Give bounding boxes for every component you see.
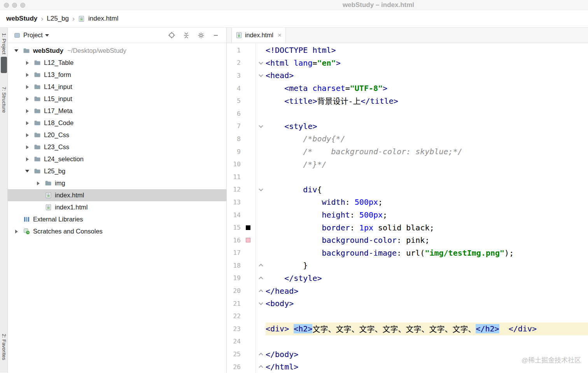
fold-marker-icon[interactable] xyxy=(259,124,263,128)
close-tab-icon[interactable]: × xyxy=(278,31,282,39)
fold-marker-icon[interactable] xyxy=(259,60,263,64)
code-line[interactable]: 22 xyxy=(227,310,588,322)
gutter: 8 xyxy=(227,132,266,145)
tree-item[interactable]: External Libraries xyxy=(8,213,226,225)
code-line[interactable]: 23<div> <h2>文字、文字、文字、文字、文字、文字、文字、</h2> <… xyxy=(227,322,588,335)
editor-body[interactable]: 1<!DOCTYPE html>2<html lang="en">3<head>… xyxy=(227,43,588,373)
minimize-window-button[interactable] xyxy=(12,3,17,8)
expand-arrow-icon[interactable] xyxy=(37,181,40,185)
breadcrumb-item[interactable]: index.html xyxy=(88,15,118,23)
tree-item[interactable]: L24_selection xyxy=(8,153,226,165)
expand-arrow-icon[interactable] xyxy=(15,230,18,234)
gutter: 14 xyxy=(227,209,266,221)
tree-item[interactable]: L17_Meta xyxy=(8,105,226,117)
locate-icon[interactable] xyxy=(166,30,177,40)
collapse-arrow-icon[interactable] xyxy=(25,170,29,173)
gutter: 2 xyxy=(227,57,266,70)
tree-item[interactable]: webStudy~/Desktop/webStudy xyxy=(8,45,226,57)
left-tool-strip: 1: Project 7: Structure 2: Favorites xyxy=(0,28,8,373)
gutter: 21 xyxy=(227,297,266,310)
code-line[interactable]: 15 border: 1px solid black; xyxy=(227,221,588,234)
tree-item[interactable]: L20_Css xyxy=(8,129,226,141)
tree-item[interactable]: Hindex.html xyxy=(8,189,226,201)
line-number: 9 xyxy=(227,148,241,155)
project-panel-title[interactable]: Project xyxy=(23,32,43,39)
code-line[interactable]: 1<!DOCTYPE html> xyxy=(227,44,588,57)
tree-item[interactable]: L25_bg xyxy=(8,165,226,177)
tree-item[interactable]: L23_Css xyxy=(8,141,226,153)
code-text: <style> xyxy=(266,120,588,133)
tree-item[interactable]: img xyxy=(8,177,226,189)
code-line[interactable]: 13 width: 500px; xyxy=(227,196,588,209)
code-line[interactable]: 12 div{ xyxy=(227,183,588,196)
expand-arrow-icon[interactable] xyxy=(26,61,29,65)
code-line[interactable]: 16 background-color: pink; xyxy=(227,234,588,247)
fold-marker-icon[interactable] xyxy=(259,187,263,191)
code-line[interactable]: 11 xyxy=(227,171,588,183)
tool-button-structure[interactable]: 7: Structure xyxy=(0,87,8,113)
tab-index-html[interactable]: H index.html × xyxy=(231,28,286,43)
code-line[interactable]: 17 background-image: url("img/testImg.pn… xyxy=(227,247,588,260)
expand-arrow-icon[interactable] xyxy=(26,157,29,161)
fold-marker-icon[interactable] xyxy=(259,289,263,293)
fold-marker-icon[interactable] xyxy=(259,301,263,305)
code-line[interactable]: 24 xyxy=(227,335,588,348)
tree-item[interactable]: L12_Table xyxy=(8,57,226,69)
tree-item[interactable]: L18_Code xyxy=(8,117,226,129)
code-line[interactable]: 10 /*}*/ xyxy=(227,158,588,171)
code-line[interactable]: 5 <title>背景设计-上</title> xyxy=(227,94,588,107)
code-line[interactable]: 9 /* background-color: skyblue;*/ xyxy=(227,145,588,158)
code-line[interactable]: 21<body> xyxy=(227,297,588,310)
editor-tab-bar: H index.html × xyxy=(227,28,588,43)
expand-arrow-icon[interactable] xyxy=(26,85,29,89)
fold-marker-icon[interactable] xyxy=(259,352,263,357)
tree-item-label: External Libraries xyxy=(33,216,83,223)
expand-arrow-icon[interactable] xyxy=(26,133,29,137)
expand-arrow-icon[interactable] xyxy=(26,121,29,125)
line-number: 20 xyxy=(227,287,241,295)
zoom-window-button[interactable] xyxy=(20,3,25,8)
hide-panel-icon[interactable] xyxy=(211,30,221,40)
code-line[interactable]: 8 /*body{*/ xyxy=(227,132,588,145)
code-line[interactable]: 20</head> xyxy=(227,284,588,297)
code-line[interactable]: 4 <meta charset="UTF-8"> xyxy=(227,82,588,95)
watermark: @稀土掘金技术社区 xyxy=(522,355,581,364)
code-line[interactable]: 7 <style> xyxy=(227,120,588,133)
breadcrumb-item[interactable]: webStudy xyxy=(6,15,37,23)
tool-button-favorites[interactable]: 2: Favorites xyxy=(0,334,8,360)
color-swatch[interactable] xyxy=(246,238,250,242)
tool-button-favorites-label: 2: Favorites xyxy=(1,334,7,360)
expand-arrow-icon[interactable] xyxy=(26,145,29,149)
code-line[interactable]: 3<head> xyxy=(227,69,588,82)
tree-item[interactable]: Scratches and Consoles xyxy=(8,225,226,237)
expand-arrow-icon[interactable] xyxy=(26,97,29,101)
expand-arrow-icon[interactable] xyxy=(26,73,29,77)
collapse-all-icon[interactable] xyxy=(181,30,191,40)
tree-item[interactable]: Hindex1.html xyxy=(8,201,226,213)
code-line[interactable]: 6 xyxy=(227,107,588,120)
fold-marker-icon[interactable] xyxy=(259,73,263,77)
collapse-arrow-icon[interactable] xyxy=(14,49,18,52)
gutter: 17 xyxy=(227,247,266,260)
code-line[interactable]: 14 height: 500px; xyxy=(227,209,588,221)
project-panel-icon xyxy=(14,32,20,38)
tree-item[interactable]: L13_form xyxy=(8,69,226,81)
fold-marker-icon[interactable] xyxy=(259,365,263,370)
color-swatch[interactable] xyxy=(246,225,250,230)
code-line[interactable]: 18 } xyxy=(227,259,588,272)
code-line[interactable]: 2<html lang="en"> xyxy=(227,57,588,70)
close-window-button[interactable] xyxy=(4,3,9,8)
tree-item[interactable]: L14_input xyxy=(8,81,226,93)
chevron-down-icon[interactable] xyxy=(45,34,49,37)
code-line[interactable]: 19 </style> xyxy=(227,272,588,285)
breadcrumb-item[interactable]: L25_bg xyxy=(47,15,69,23)
fold-marker-icon[interactable] xyxy=(259,264,263,268)
line-number: 7 xyxy=(227,122,241,130)
tree-item[interactable]: L15_input xyxy=(8,93,226,105)
fold-marker-icon[interactable] xyxy=(259,277,263,281)
html-file-icon: H xyxy=(236,32,242,38)
folder-icon xyxy=(33,156,42,162)
tool-button-project[interactable]: 1: Project xyxy=(0,33,8,73)
settings-gear-icon[interactable] xyxy=(196,30,206,40)
expand-arrow-icon[interactable] xyxy=(26,109,29,113)
